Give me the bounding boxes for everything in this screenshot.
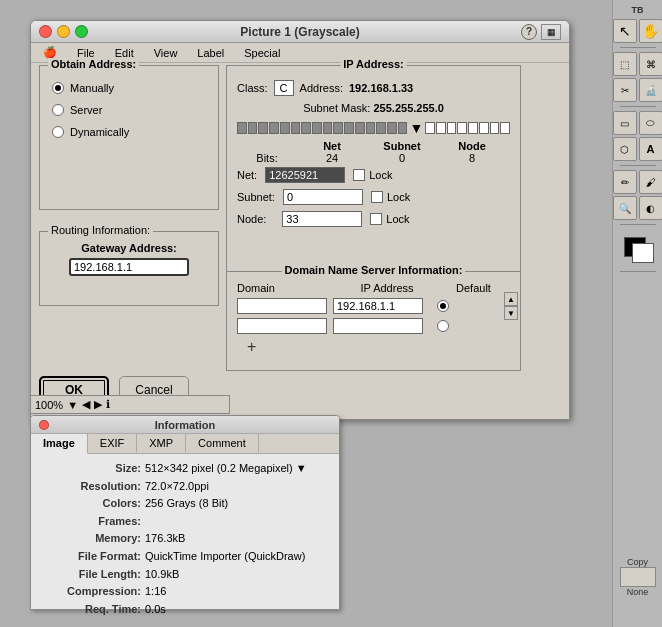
info-icon[interactable]: ℹ <box>106 398 110 411</box>
bit-9 <box>323 122 333 134</box>
node-lock-checkbox[interactable] <box>370 213 382 225</box>
zoom-tool[interactable]: 🔍 <box>613 196 637 220</box>
nav-next[interactable]: ▶ <box>94 398 102 411</box>
info-close-button[interactable] <box>39 420 49 430</box>
nav-prev[interactable]: ◀ <box>82 398 90 411</box>
window-title: Picture 1 (Grayscale) <box>240 25 359 39</box>
info-size-label: Size: <box>41 460 141 478</box>
copy-label: Copy <box>627 557 648 567</box>
tab-comment[interactable]: Comment <box>186 434 259 453</box>
radio-dynamically-label: Dynamically <box>70 126 129 138</box>
zoom-dropdown-icon[interactable]: ▼ <box>67 399 78 411</box>
minimize-button[interactable] <box>57 25 70 38</box>
close-button[interactable] <box>39 25 52 38</box>
menu-edit[interactable]: Edit <box>111 47 138 59</box>
bit-22 <box>479 122 489 134</box>
tab-xmp[interactable]: XMP <box>137 434 186 453</box>
toolbar-toggle[interactable]: ▦ <box>541 24 561 40</box>
dns-scroll-up[interactable]: ▲ <box>504 292 518 306</box>
radio-dynamically[interactable]: Dynamically <box>52 126 206 138</box>
pointer-tool[interactable]: ↖ <box>613 19 637 43</box>
dotted-rect-tool[interactable]: ⬚ <box>613 52 637 76</box>
bit-3 <box>258 122 268 134</box>
subnet-mask-label: Subnet Mask: <box>303 102 370 114</box>
menu-file[interactable]: File <box>73 47 99 59</box>
bits-subnet-val: 0 <box>367 152 437 164</box>
net-lock-checkbox[interactable] <box>353 169 365 181</box>
info-compression-value: 1:16 <box>145 583 166 601</box>
net-input[interactable] <box>265 167 345 183</box>
dns-label: Domain Name Server Information: <box>282 264 466 276</box>
info-req-time-row: Req. Time: 0.0s <box>41 601 329 619</box>
dns-ip-input-1[interactable] <box>333 298 423 314</box>
node-input[interactable] <box>282 211 362 227</box>
polygon-tool[interactable]: ⬡ <box>613 137 637 161</box>
dns-domain-input-2[interactable] <box>237 318 327 334</box>
bit-24 <box>500 122 510 134</box>
dns-default-radio-1[interactable] <box>437 300 449 312</box>
maximize-button[interactable] <box>75 25 88 38</box>
tool-row-7: 🔍 ◐ <box>613 196 663 220</box>
subnet-lock-checkbox[interactable] <box>371 191 383 203</box>
subnet-lock-label: Lock <box>387 191 410 203</box>
subnet-row: Subnet: Lock <box>227 186 520 208</box>
radio-dynamically-btn[interactable] <box>52 126 64 138</box>
tool-row-5: ⬡ A <box>613 137 663 161</box>
pencil-tool[interactable]: ✏ <box>613 170 637 194</box>
address-value: 192.168.1.33 <box>349 82 413 94</box>
dns-scroll-down[interactable]: ▼ <box>504 306 518 320</box>
routing-box: Routing Information: Gateway Address: <box>39 231 219 306</box>
bits-header-node: Node <box>437 140 507 152</box>
info-size-row: Size: 512×342 pixel (0.2 Megapixel) ▼ <box>41 460 329 478</box>
help-icon[interactable]: ? <box>521 24 537 40</box>
toolbar-divider-5 <box>620 271 656 272</box>
text-tool[interactable]: A <box>639 137 663 161</box>
bit-4 <box>269 122 279 134</box>
paint-tool[interactable]: 🖌 <box>639 170 663 194</box>
dns-add-button[interactable]: + <box>237 338 256 356</box>
info-resolution-row: Resolution: 72.0×72.0ppi <box>41 478 329 496</box>
radio-manually[interactable]: Manually <box>52 82 206 94</box>
tab-exif[interactable]: EXIF <box>88 434 137 453</box>
background-color[interactable] <box>632 243 654 263</box>
crop-tool[interactable]: ✂ <box>613 78 637 102</box>
info-resolution-value: 72.0×72.0ppi <box>145 478 209 496</box>
node-row: Node: Lock <box>227 208 520 230</box>
menu-view[interactable]: View <box>150 47 182 59</box>
bit-6 <box>291 122 301 134</box>
radio-server-btn[interactable] <box>52 104 64 116</box>
lasso-tool[interactable]: ⌘ <box>639 52 663 76</box>
toolbar-divider-3 <box>620 165 656 166</box>
gradient-tool[interactable]: ◐ <box>639 196 663 220</box>
rect-tool[interactable]: ▭ <box>613 111 637 135</box>
bit-14 <box>376 122 386 134</box>
tab-image[interactable]: Image <box>31 434 88 454</box>
bit-12 <box>355 122 365 134</box>
radio-server[interactable]: Server <box>52 104 206 116</box>
subnet-input[interactable] <box>283 189 363 205</box>
class-input[interactable] <box>274 80 294 96</box>
menu-special[interactable]: Special <box>240 47 284 59</box>
dns-box: Domain Name Server Information: Domain I… <box>226 271 521 371</box>
copy-dropdown[interactable] <box>620 567 656 587</box>
gateway-input[interactable] <box>69 258 189 276</box>
dns-default-radio-2[interactable] <box>437 320 449 332</box>
status-bar: 100% ▼ ◀ ▶ ℹ <box>30 395 230 414</box>
info-file-length-label: File Length: <box>41 566 141 584</box>
bit-marker: ▼ <box>409 120 423 136</box>
dns-ip-input-2[interactable] <box>333 318 423 334</box>
info-req-time-label: Req. Time: <box>41 601 141 619</box>
menu-label[interactable]: Label <box>193 47 228 59</box>
dns-domain-input-1[interactable] <box>237 298 327 314</box>
radio-manually-btn[interactable] <box>52 82 64 94</box>
toolbar-divider-1 <box>620 47 656 48</box>
hand-tool[interactable]: ✋ <box>639 19 663 43</box>
bits-header-subnet: Subnet <box>367 140 437 152</box>
info-resolution-label: Resolution: <box>41 478 141 496</box>
eyedropper-tool[interactable]: 🔬 <box>639 78 663 102</box>
bit-10 <box>333 122 343 134</box>
none-label: None <box>627 587 649 597</box>
info-panel-title: Information <box>155 419 216 431</box>
oval-tool[interactable]: ⬭ <box>639 111 663 135</box>
node-lock-label: Lock <box>386 213 409 225</box>
